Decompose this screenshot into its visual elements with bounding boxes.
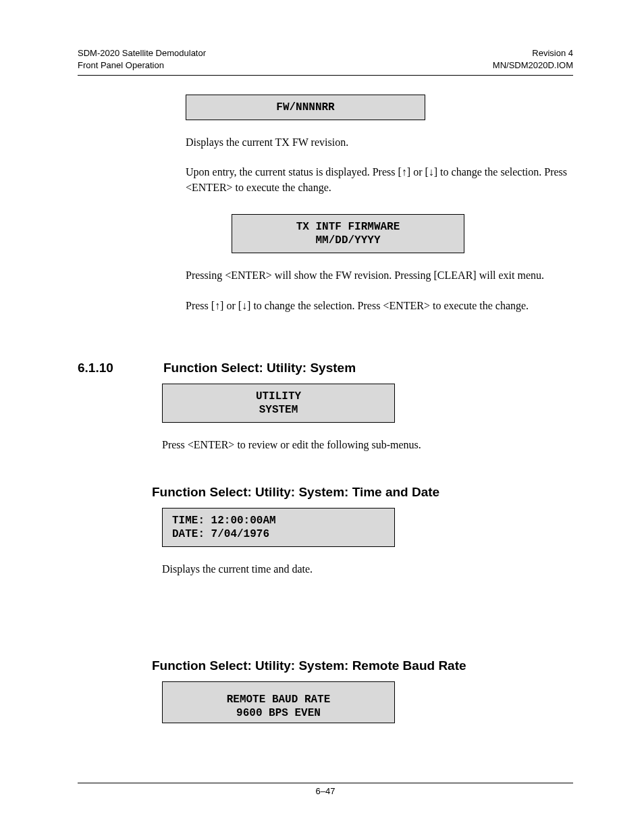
lcd-display-utility-system: UTILITY SYSTEM: [162, 384, 395, 423]
header-right-line2: MN/SDM2020D.IOM: [493, 59, 573, 72]
lcd-display-time-date: TIME: 12:00:00AM DATE: 7/04/1976: [162, 508, 395, 547]
body-text: Pressing <ENTER> will show the FW revisi…: [186, 268, 570, 283]
lcd-line: SYSTEM: [259, 403, 298, 417]
lcd-display-baud-rate: REMOTE BAUD RATE 9600 BPS EVEN: [162, 681, 395, 723]
section-heading: 6.1.10 Function Select: Utility: System: [78, 361, 573, 375]
lcd-line: TIME: 12:00:00AM: [172, 514, 276, 527]
section-title: Function Select: Utility: System: [163, 361, 356, 375]
header-right-line1: Revision 4: [493, 47, 573, 59]
lcd-line: 9600 BPS EVEN: [236, 706, 321, 720]
lcd-line: REMOTE BAUD RATE: [227, 693, 331, 706]
text-fragment: ] to change the selection. Press <ENTER>…: [247, 300, 529, 311]
header-left-line1: SDM-2020 Satellite Demodulator: [78, 47, 206, 59]
text-fragment: ] or [: [220, 300, 242, 311]
lcd-display-fw: FW/NNNNRR: [186, 95, 425, 120]
lcd-display-tx-intf: TX INTF FIRMWARE MM/DD/YYYY: [232, 214, 464, 253]
header-right: Revision 4 MN/SDM2020D.IOM: [493, 47, 573, 71]
body-text: Displays the current TX FW revision.: [186, 135, 570, 150]
lcd-line: MM/DD/YYYY: [315, 234, 380, 247]
up-arrow-icon: ↑: [402, 166, 407, 178]
lcd-line: UTILITY: [256, 390, 301, 403]
body-text: Press <ENTER> to review or edit the foll…: [162, 438, 547, 452]
document-page: SDM-2020 Satellite Demodulator Front Pan…: [0, 0, 644, 834]
text-fragment: Upon entry, the current status is displa…: [186, 166, 402, 178]
text-fragment: Press [: [186, 300, 215, 311]
lcd-line: TX INTF FIRMWARE: [296, 220, 400, 234]
page-number: 6–47: [316, 786, 336, 796]
header-left: SDM-2020 Satellite Demodulator Front Pan…: [78, 47, 206, 71]
section-number: 6.1.10: [78, 361, 163, 375]
body-text: Press [↑] or [↓] to change the selection…: [186, 298, 570, 313]
header-rule: [78, 75, 573, 76]
subsection-heading: Function Select: Utility: System: Remote…: [152, 658, 573, 673]
up-arrow-icon: ↑: [215, 300, 220, 311]
header-left-line2: Front Panel Operation: [78, 59, 206, 72]
page-header: SDM-2020 Satellite Demodulator Front Pan…: [78, 47, 573, 71]
body-text: Upon entry, the current status is displa…: [186, 165, 570, 195]
page-footer: 6–47: [78, 783, 573, 796]
down-arrow-icon: ↓: [242, 300, 247, 311]
subsection-heading: Function Select: Utility: System: Time a…: [152, 485, 573, 500]
text-fragment: ] or [: [407, 166, 429, 178]
down-arrow-icon: ↓: [429, 166, 434, 178]
lcd-line: FW/NNNNRR: [276, 101, 334, 114]
lcd-line: DATE: 7/04/1976: [172, 527, 269, 541]
body-text: Displays the current time and date.: [162, 562, 547, 577]
